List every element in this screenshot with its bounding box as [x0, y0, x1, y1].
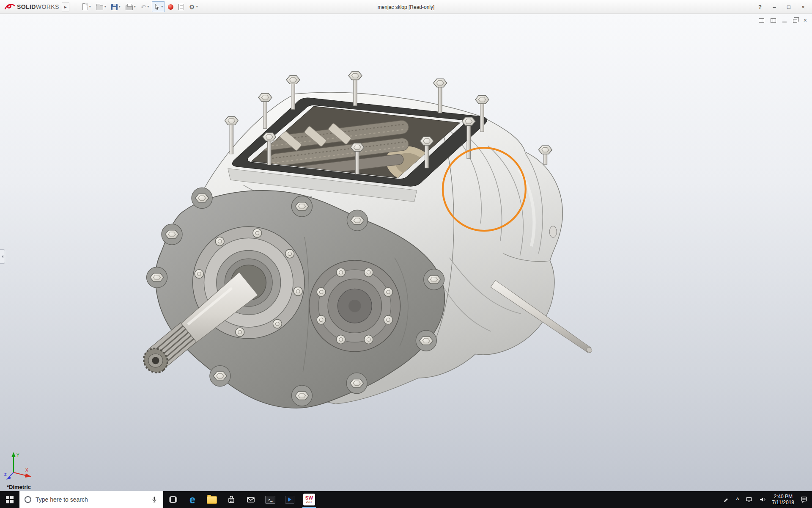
dassault-logo-icon [4, 3, 15, 11]
dropdown-arrow-icon: ▾ [134, 5, 136, 8]
dropdown-arrow-icon: ▾ [119, 5, 121, 8]
z-axis-label: Z [4, 472, 7, 477]
undo-icon: ↶ [141, 4, 146, 10]
save-button[interactable]: ▾ [109, 1, 123, 12]
gearbox-3d-model[interactable] [0, 14, 812, 491]
cursor-icon [154, 3, 160, 10]
view-orientation-label: *Dimetric [7, 484, 31, 490]
cortana-icon [25, 496, 31, 503]
report-button[interactable] [176, 1, 186, 12]
file-explorer-button[interactable] [202, 491, 222, 508]
doc-minimize-icon[interactable] [782, 18, 787, 22]
dropdown-arrow-icon: ▾ [196, 5, 198, 8]
microphone-icon[interactable] [151, 496, 158, 503]
orientation-triad: Y X Z [3, 446, 37, 482]
minimize-button[interactable]: – [767, 0, 782, 14]
solidworks-taskbar-button[interactable]: SW 2017 [299, 491, 319, 508]
print-icon [126, 6, 133, 10]
mail-envelope-icon [246, 494, 256, 505]
action-center-button[interactable] [800, 496, 808, 503]
side-cover [309, 260, 401, 352]
mail-button[interactable] [241, 491, 261, 508]
console-button[interactable]: >_ [261, 491, 280, 508]
doc-restore-icon[interactable] [793, 19, 797, 23]
hidden-icons-button[interactable]: ^ [736, 497, 739, 502]
task-view-icon [168, 494, 178, 505]
print-button[interactable]: ▾ [123, 1, 138, 12]
graphics-viewport[interactable]: × [0, 14, 812, 491]
window-pane-icon[interactable] [759, 18, 764, 23]
dropdown-arrow-icon: ▾ [89, 5, 91, 8]
solidworks-app-icon: SW 2017 [303, 494, 315, 505]
y-axis-arrow [11, 452, 16, 457]
taskbar-search[interactable] [19, 491, 163, 508]
volume-icon[interactable] [759, 496, 766, 503]
media-app-button[interactable] [280, 491, 299, 508]
document-window-controls: × [759, 17, 807, 23]
window-pane-icon[interactable] [771, 18, 776, 23]
window-controls: ? – □ × [753, 0, 810, 14]
gear-icon: ⚙ [189, 4, 195, 10]
maximize-button[interactable]: □ [782, 0, 796, 14]
taskbar-clock[interactable]: 2:40 PM 7/11/2018 [772, 494, 795, 505]
solidworks-window: SOLIDWORKS ▸ ▾ ▾ ▾ ▾ ↶ ▾ [0, 0, 812, 508]
doc-close-icon[interactable]: × [804, 17, 807, 23]
open-folder-icon [96, 5, 103, 10]
appearance-sphere-icon [168, 4, 173, 10]
open-button[interactable]: ▾ [94, 1, 108, 12]
store-bag-icon [226, 494, 236, 505]
new-document-icon [82, 3, 88, 10]
titlebar: SOLIDWORKS ▸ ▾ ▾ ▾ ▾ ↶ ▾ [0, 0, 812, 14]
save-icon [111, 4, 118, 10]
z-axis-arrow [6, 476, 11, 480]
y-axis-label: Y [16, 453, 19, 458]
document-report-icon [178, 4, 184, 10]
task-view-button[interactable] [163, 491, 183, 508]
solidworks-logo: SOLIDWORKS [2, 3, 62, 11]
options-button[interactable]: ⚙ ▾ [187, 1, 200, 12]
brand-text: SOLIDWORKS [17, 3, 59, 10]
help-button[interactable]: ? [753, 0, 767, 14]
dropdown-arrow-icon: ▾ [161, 5, 163, 8]
undo-button[interactable]: ↶ ▾ [139, 1, 151, 12]
pen-icon[interactable] [723, 496, 730, 503]
clock-time: 2:40 PM [772, 494, 795, 500]
search-input[interactable] [36, 496, 146, 503]
folder-icon [207, 496, 217, 504]
media-app-icon [285, 496, 294, 504]
system-tray: ^ 2:40 PM 7/11/2018 [720, 491, 812, 508]
edge-icon: e [189, 494, 195, 505]
x-axis-arrow [25, 473, 31, 478]
console-icon: >_ [265, 496, 275, 504]
dropdown-arrow-icon: ▾ [147, 5, 149, 8]
taskbar: e >_ SW 2017 [0, 491, 812, 508]
menu-expand-button[interactable]: ▸ [62, 2, 69, 11]
select-tool-button[interactable]: ▾ [152, 1, 165, 12]
appearance-button[interactable] [166, 1, 176, 12]
main-toolbar: ▾ ▾ ▾ ▾ ↶ ▾ ▾ [80, 1, 200, 12]
clock-date: 7/11/2018 [772, 500, 795, 505]
close-button[interactable]: × [796, 0, 810, 14]
panel-collapse-tab[interactable] [0, 249, 5, 264]
edge-button[interactable]: e [183, 491, 202, 508]
store-button[interactable] [222, 491, 241, 508]
start-button[interactable] [0, 491, 19, 508]
new-document-button[interactable]: ▾ [80, 1, 93, 12]
network-icon[interactable] [745, 496, 753, 503]
dropdown-arrow-icon: ▾ [104, 5, 106, 8]
x-axis-label: X [25, 468, 28, 472]
windows-logo-icon [6, 496, 14, 503]
